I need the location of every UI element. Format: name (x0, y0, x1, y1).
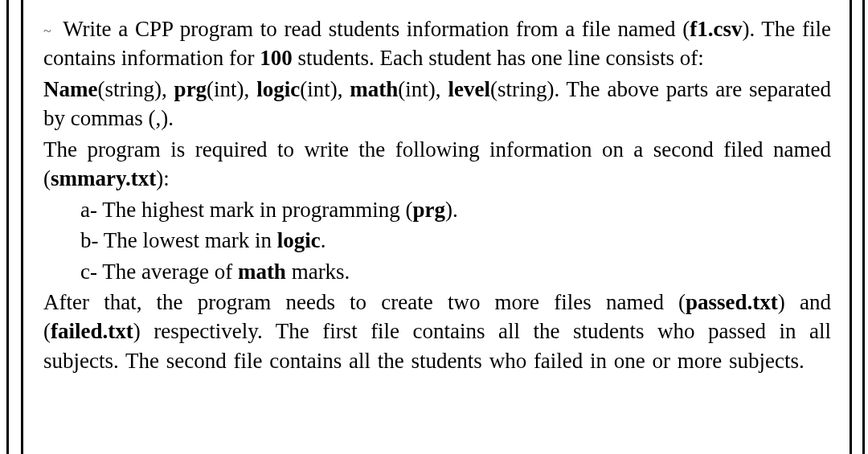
field-math-type: (int), (398, 77, 448, 101)
item-c-lead: c- The average of (80, 260, 238, 284)
item-a-tail: ). (445, 198, 458, 222)
item-b-tail: . (321, 228, 326, 252)
after-lead: After that, the program needs to create … (43, 290, 686, 314)
student-count: 100 (260, 46, 293, 70)
field-name: Name (43, 77, 97, 101)
filename-f1: f1.csv (690, 17, 742, 41)
list-item-c: c- The average of math marks. (43, 257, 831, 286)
item-c-bold: math (238, 260, 286, 284)
fields-paragraph: Name(string), prg(int), logic(int), math… (43, 75, 831, 133)
field-level: level (448, 77, 489, 101)
summary-tail: ): (156, 166, 170, 190)
field-prg: prg (174, 77, 207, 101)
filename-summary: smmary.txt (51, 166, 156, 190)
intro-paragraph: ~ Write a CPP program to read students i… (43, 14, 831, 73)
document-body: ~ Write a CPP program to read students i… (43, 14, 831, 377)
intro-text-1: Write a CPP program to read students inf… (63, 17, 690, 41)
after-paragraph: After that, the program needs to create … (43, 288, 831, 375)
field-logic-type: (int), (300, 77, 350, 101)
after-tail: ) respectively. The first file contains … (43, 319, 831, 372)
item-b-bold: logic (277, 228, 321, 252)
item-a-bold: prg (412, 198, 445, 222)
summary-paragraph: The program is required to write the fol… (43, 135, 831, 194)
filename-passed: passed.txt (686, 290, 778, 314)
field-name-type: (string), (97, 77, 174, 101)
item-c-tail: marks. (286, 260, 350, 284)
field-prg-type: (int), (207, 77, 256, 101)
filename-failed: failed.txt (51, 319, 133, 343)
list-item-a: a- The highest mark in programming (prg)… (43, 195, 831, 224)
intro-text-3: students. Each student has one line cons… (293, 46, 704, 70)
lead-mark: ~ (43, 23, 63, 39)
field-math: math (350, 77, 398, 101)
item-a-lead: a- The highest mark in programming ( (80, 198, 412, 222)
field-logic: logic (256, 77, 300, 101)
item-b-lead: b- The lowest mark in (80, 228, 277, 252)
list-item-b: b- The lowest mark in logic. (43, 226, 831, 255)
